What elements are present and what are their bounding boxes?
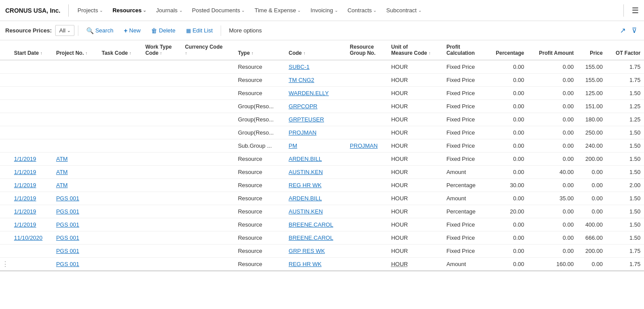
- cell-profit-calculation: Percentage: [443, 205, 486, 218]
- table-row[interactable]: ResourceWARDEN.ELLYHOURFixed Price0.000.…: [0, 87, 644, 100]
- table-row[interactable]: 1/1/2019PGS 001ResourceAUSTIN.KENHOURPer…: [0, 205, 644, 218]
- nav-item-journals[interactable]: Journals ⌄: [151, 4, 187, 16]
- cell-project-no[interactable]: PGS 001: [53, 245, 98, 258]
- filter-chevron-icon: ⌄: [67, 28, 70, 33]
- cell-resource-group-no[interactable]: PROJMAN: [346, 139, 387, 153]
- cell-work-type-code: [142, 258, 181, 271]
- new-button[interactable]: + New: [120, 25, 145, 36]
- cell-code[interactable]: BREENE.CAROL: [285, 218, 346, 231]
- table-row[interactable]: Group(Reso...GRPTEUSERHOURFixed Price0.0…: [0, 113, 644, 126]
- filter-dropdown[interactable]: All ⌄: [55, 25, 74, 36]
- cell-code[interactable]: GRPTEUSER: [285, 113, 346, 126]
- nav-item-resources[interactable]: Resources ⌄: [108, 4, 151, 16]
- row-handle: [0, 87, 11, 100]
- table-row[interactable]: 1/1/2019ATMResourceARDEN.BILLHOURFixed P…: [0, 153, 644, 166]
- cell-unit-of-measure: HOUR: [387, 245, 443, 258]
- cell-code[interactable]: TM CNG2: [285, 74, 346, 87]
- cell-code[interactable]: PM: [285, 139, 346, 153]
- cell-code[interactable]: GRPCOPR: [285, 100, 346, 113]
- cell-code[interactable]: REG HR WK: [285, 258, 346, 271]
- cell-code[interactable]: AUSTIN.KEN: [285, 166, 346, 179]
- col-type[interactable]: Type ↑: [234, 40, 285, 60]
- nav-item-invoicing[interactable]: Invoicing ⌄: [306, 4, 342, 16]
- cell-project-no[interactable]: PGS 001: [53, 192, 98, 205]
- col-start-date[interactable]: Start Date ↑: [11, 40, 53, 60]
- table-row[interactable]: 1/1/2019PGS 001ResourceBREENE.CAROLHOURF…: [0, 218, 644, 231]
- table-row[interactable]: Sub.Group ...PMPROJMANHOURFixed Price0.0…: [0, 139, 644, 153]
- search-button[interactable]: 🔍 Search: [82, 25, 118, 36]
- cell-price: 400.00: [577, 218, 606, 231]
- table-row[interactable]: PGS 001ResourceGRP RES WKHOURFixed Price…: [0, 245, 644, 258]
- cell-code[interactable]: GRP RES WK: [285, 245, 346, 258]
- nav-item-posted-documents[interactable]: Posted Documents ⌄: [188, 4, 250, 16]
- col-currency-code[interactable]: Currency Code↑: [181, 40, 234, 60]
- col-code[interactable]: Code ↑: [285, 40, 346, 60]
- table-row[interactable]: ResourceTM CNG2HOURFixed Price0.000.0015…: [0, 74, 644, 87]
- cell-project-no[interactable]: PGS 001: [53, 231, 98, 245]
- cell-project-no[interactable]: PGS 001: [53, 205, 98, 218]
- col-project-no[interactable]: Project No. ↑: [53, 40, 98, 60]
- col-task-code[interactable]: Task Code ↑: [98, 40, 142, 60]
- cell-code[interactable]: ARDEN.BILL: [285, 153, 346, 166]
- row-handle: [0, 218, 11, 231]
- delete-button[interactable]: 🗑 Delete: [147, 25, 180, 36]
- col-profit-amount[interactable]: Profit Amount: [528, 40, 577, 60]
- cell-profit-calculation: Fixed Price: [443, 218, 486, 231]
- list-icon: ▦: [186, 28, 191, 34]
- col-work-type-code[interactable]: Work TypeCode ↑: [142, 40, 181, 60]
- cell-profit-amount: 0.00: [528, 113, 577, 126]
- cell-unit-of-measure: HOUR: [387, 231, 443, 245]
- cell-project-no[interactable]: PGS 001: [53, 218, 98, 231]
- row-handle: [0, 139, 11, 153]
- more-options-button[interactable]: More options: [225, 25, 266, 36]
- cell-code[interactable]: SUBC-1: [285, 60, 346, 74]
- col-resource-group-no[interactable]: ResourceGroup No.: [346, 40, 387, 60]
- table-row[interactable]: 11/10/2020PGS 001ResourceBREENE.CAROLHOU…: [0, 231, 644, 245]
- col-ot-factor[interactable]: OT Factor: [606, 40, 644, 60]
- table-row[interactable]: Group(Reso...PROJMANHOURFixed Price0.000…: [0, 126, 644, 139]
- resource-prices-table: Start Date ↑ Project No. ↑ Task Code ↑ W…: [0, 40, 644, 271]
- nav-item-time-expense[interactable]: Time & Expense ⌄: [250, 4, 305, 16]
- cell-code[interactable]: WARDEN.ELLY: [285, 87, 346, 100]
- cell-ot-factor: 1.50: [606, 126, 644, 139]
- table-row[interactable]: 1/1/2019ATMResourceAUSTIN.KENHOURAmount0…: [0, 166, 644, 179]
- share-icon[interactable]: ↗: [618, 25, 627, 36]
- cell-project-no[interactable]: ATM: [53, 166, 98, 179]
- row-handle: [0, 179, 11, 192]
- table-row[interactable]: ResourceSUBC-1HOURFixed Price0.000.00155…: [0, 60, 644, 74]
- cell-profit-amount: 0.00: [528, 218, 577, 231]
- table-row[interactable]: Group(Reso...GRPCOPRHOURFixed Price0.000…: [0, 100, 644, 113]
- cell-project-no[interactable]: ATM: [53, 153, 98, 166]
- filter-icon[interactable]: ⊽: [630, 25, 639, 36]
- hamburger-icon[interactable]: ☰: [632, 6, 639, 15]
- col-profit-calculation[interactable]: ProfitCalculation: [443, 40, 486, 60]
- cell-code[interactable]: PROJMAN: [285, 126, 346, 139]
- cell-code[interactable]: BREENE.CAROL: [285, 231, 346, 245]
- cell-unit-of-measure: HOUR: [387, 87, 443, 100]
- col-unit-of-measure[interactable]: Unit ofMeasure Code ↑: [387, 40, 443, 60]
- cell-project-no[interactable]: PGS 001: [53, 258, 98, 271]
- cell-unit-of-measure: HOUR: [387, 218, 443, 231]
- table-row[interactable]: ⋮PGS 001ResourceREG HR WKHOURAmount0.001…: [0, 258, 644, 271]
- cell-start-date: [11, 126, 53, 139]
- nav-item-subcontract[interactable]: Subcontract ⌄: [382, 4, 426, 16]
- table-row[interactable]: 1/1/2019ATMResourceREG HR WKHOURPercenta…: [0, 179, 644, 192]
- cell-percentage: 0.00: [486, 192, 528, 205]
- cell-price: 151.00: [577, 100, 606, 113]
- cell-code[interactable]: REG HR WK: [285, 179, 346, 192]
- cell-currency-code: [181, 153, 234, 166]
- cell-ot-factor: 1.25: [606, 113, 644, 126]
- cell-ot-factor: 2.00: [606, 179, 644, 192]
- col-percentage[interactable]: Percentage: [486, 40, 528, 60]
- table-row[interactable]: 1/1/2019PGS 001ResourceARDEN.BILLHOURAmo…: [0, 192, 644, 205]
- nav-item-projects[interactable]: Projects ⌄: [73, 4, 107, 16]
- cell-project-no: [53, 113, 98, 126]
- col-price[interactable]: Price: [577, 40, 606, 60]
- cell-project-no[interactable]: ATM: [53, 179, 98, 192]
- cell-code[interactable]: AUSTIN.KEN: [285, 205, 346, 218]
- resource-prices-table-container: Start Date ↑ Project No. ↑ Task Code ↑ W…: [0, 40, 644, 309]
- cell-code[interactable]: ARDEN.BILL: [285, 192, 346, 205]
- row-handle: [0, 100, 11, 113]
- nav-item-contracts[interactable]: Contracts ⌄: [343, 4, 381, 16]
- edit-list-button[interactable]: ▦ Edit List: [182, 25, 217, 36]
